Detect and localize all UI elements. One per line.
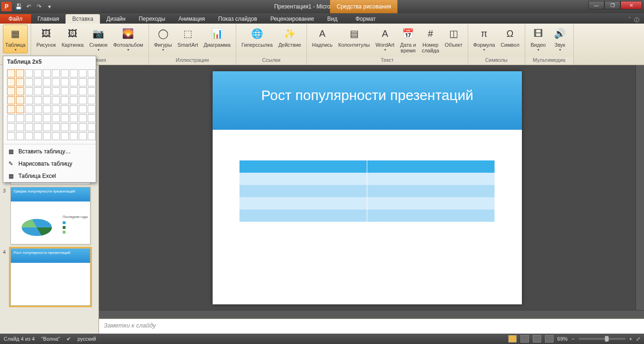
table-grid-cell[interactable] [43, 78, 51, 86]
table-grid-cell[interactable] [61, 87, 69, 95]
table-grid-cell[interactable] [7, 78, 15, 86]
table-grid-cell[interactable] [52, 87, 60, 95]
table-grid-cell[interactable] [79, 69, 87, 77]
symbol-button[interactable]: ΩСимвол [498, 25, 522, 49]
table-grid-cell[interactable] [25, 87, 33, 95]
table-grid-cell[interactable] [52, 114, 60, 122]
table-grid-cell[interactable] [7, 114, 15, 122]
table-grid-cell[interactable] [7, 69, 15, 77]
table-grid-cell[interactable] [25, 114, 33, 122]
table-grid-cell[interactable] [61, 132, 69, 140]
table-grid-cell[interactable] [7, 132, 15, 140]
table-row[interactable] [239, 210, 495, 222]
slide-thumbnail-3[interactable]: График популярности презентаций Последни… [10, 187, 91, 244]
table-button[interactable]: ▦Таблица▾ [3, 25, 28, 53]
table-grid-cell[interactable] [43, 114, 51, 122]
zoom-in-button[interactable]: + [629, 336, 632, 342]
slide[interactable]: Рост популярности презентаций [213, 71, 522, 304]
table-grid-cell[interactable] [25, 132, 33, 140]
table-grid-cell[interactable] [88, 132, 96, 140]
table-grid-cell[interactable] [43, 87, 51, 95]
table-grid-cell[interactable] [70, 132, 78, 140]
clipart-button[interactable]: 🖼Картинка [59, 25, 86, 49]
tab-главная[interactable]: Главная [31, 14, 66, 24]
tab-вставка[interactable]: Вставка [66, 14, 100, 24]
fit-to-window-button[interactable]: ⤢ [636, 336, 640, 342]
zoom-level[interactable]: 69% [557, 336, 568, 342]
table-grid-cell[interactable] [43, 132, 51, 140]
table-grid-cell[interactable] [61, 123, 69, 131]
object-button[interactable]: ◫Объект [442, 25, 464, 49]
table-grid-cell[interactable] [61, 69, 69, 77]
tab-format[interactable]: Формат [349, 14, 382, 24]
inserted-table[interactable] [239, 160, 495, 222]
zoom-slider[interactable] [578, 338, 626, 340]
table-grid-cell[interactable] [7, 96, 15, 104]
table-grid-cell[interactable] [70, 96, 78, 104]
table-grid-cell[interactable] [52, 123, 60, 131]
photoalbum-button[interactable]: 🌄Фотоальбом▾ [111, 25, 146, 53]
table-row[interactable] [239, 197, 495, 210]
table-grid-cell[interactable] [25, 69, 33, 77]
textbox-button[interactable]: AНадпись [310, 25, 335, 49]
table-grid-cell[interactable] [88, 123, 96, 131]
tab-рецензирование[interactable]: Рецензирование [264, 14, 321, 24]
table-grid-cell[interactable] [52, 96, 60, 104]
headerfooter-button[interactable]: ▤Колонтитулы [336, 25, 372, 49]
table-grid-cell[interactable] [88, 87, 96, 95]
qat-save-icon[interactable]: 💾 [14, 2, 23, 11]
table-grid-cell[interactable] [16, 69, 24, 77]
slide-canvas[interactable]: Рост популярности презентаций [99, 65, 636, 310]
table-grid-cell[interactable] [34, 114, 42, 122]
table-grid-cell[interactable] [70, 78, 78, 86]
table-grid-cell[interactable] [52, 78, 60, 86]
table-dd-draw[interactable]: ✎Нарисовать таблицу [3, 158, 96, 170]
table-row[interactable] [239, 185, 495, 197]
table-grid-cell[interactable] [70, 105, 78, 113]
minimize-button[interactable]: — [588, 1, 604, 9]
zoom-out-button[interactable]: − [571, 336, 574, 342]
qat-redo-icon[interactable]: ↷ [34, 2, 44, 11]
table-grid-cell[interactable] [79, 78, 87, 86]
spellcheck-icon[interactable]: ✔ [66, 336, 71, 342]
table-grid-cell[interactable] [43, 105, 51, 113]
table-grid-cell[interactable] [88, 105, 96, 113]
table-row[interactable] [239, 173, 495, 185]
table-grid-cell[interactable] [16, 132, 24, 140]
table-grid-cell[interactable] [70, 87, 78, 95]
table-grid-cell[interactable] [79, 123, 87, 131]
maximize-button[interactable]: ❐ [604, 1, 620, 9]
table-grid-cell[interactable] [52, 132, 60, 140]
ribbon-minimize-icon[interactable]: ˇ [628, 17, 630, 24]
table-grid-cell[interactable] [16, 105, 24, 113]
table-grid-cell[interactable] [16, 87, 24, 95]
view-normal-button[interactable] [508, 335, 517, 343]
tab-переходы[interactable]: Переходы [132, 14, 172, 24]
thumbnail-row[interactable]: 4 Рост популярности презентаций [0, 246, 99, 308]
picture-button[interactable]: 🖼Рисунок [34, 25, 58, 49]
table-grid-cell[interactable] [88, 78, 96, 86]
wordart-button[interactable]: AWordArt▾ [373, 25, 397, 53]
qat-undo-icon[interactable]: ↶ [24, 2, 33, 11]
qat-customize-icon[interactable]: ▾ [45, 2, 54, 11]
view-sorter-button[interactable] [520, 335, 529, 343]
table-grid-cell[interactable] [61, 78, 69, 86]
table-size-grid[interactable] [3, 67, 96, 143]
slide-thumbnail-4[interactable]: Рост популярности презентаций [10, 248, 91, 306]
table-grid-cell[interactable] [16, 78, 24, 86]
status-language[interactable]: русский [77, 336, 96, 342]
action-button[interactable]: ✨Действие [276, 25, 303, 49]
tab-file[interactable]: Файл [0, 14, 31, 24]
table-grid-cell[interactable] [79, 132, 87, 140]
vertical-scrollbar[interactable] [636, 65, 644, 310]
chart-button[interactable]: 📊Диаграмма [201, 25, 233, 49]
view-reading-button[interactable] [533, 335, 541, 343]
table-grid-cell[interactable] [25, 96, 33, 104]
table-grid-cell[interactable] [88, 96, 96, 104]
datetime-button[interactable]: 📅Дата и время [398, 25, 419, 55]
notes-pane[interactable]: Заметки к слайду [99, 319, 644, 334]
table-grid-cell[interactable] [16, 123, 24, 131]
table-grid-cell[interactable] [70, 123, 78, 131]
table-grid-cell[interactable] [34, 132, 42, 140]
slide-title[interactable]: Рост популярности презентаций [213, 87, 522, 103]
